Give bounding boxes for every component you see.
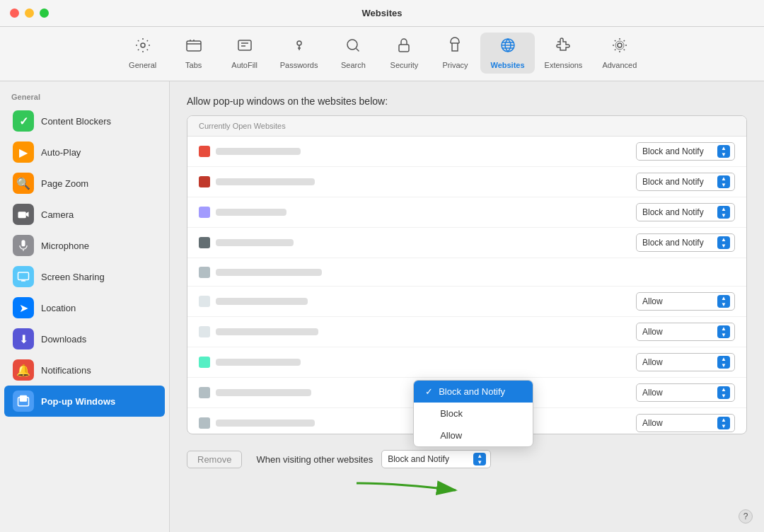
sidebar-item-location[interactable]: ➤ Location (4, 292, 165, 323)
sidebar-item-microphone[interactable]: Microphone (4, 230, 165, 261)
popup-control-select[interactable]: Allow ▲ ▼ (636, 414, 735, 432)
title-bar: Websites (0, 0, 764, 27)
window-controls (10, 8, 49, 18)
favicon (199, 237, 210, 248)
microphone-icon (13, 235, 34, 256)
favicon (199, 387, 210, 398)
websites-icon (499, 37, 516, 58)
select-arrows-icon: ▲ ▼ (717, 295, 730, 308)
popup-control-select[interactable]: Block and Notify ▲ ▼ (636, 142, 735, 161)
content-title: Allow pop-up windows on the websites bel… (187, 96, 747, 107)
toolbar-item-search[interactable]: Search (328, 33, 378, 74)
svg-rect-14 (21, 396, 27, 402)
sidebar-item-label: Microphone (41, 241, 89, 251)
favicon (199, 417, 210, 429)
sidebar-item-label: Pop-up Windows (41, 396, 115, 407)
select-arrows-icon: ▲ ▼ (717, 145, 730, 158)
table-header: Currently Open Websites (187, 116, 746, 137)
select-value: Block and Notify (642, 146, 704, 156)
sidebar-item-popup-windows[interactable]: Pop-up Windows (4, 386, 165, 417)
popup-control-select[interactable]: Block and Notify ▲ ▼ (636, 173, 735, 191)
select-arrows-icon: ▲ ▼ (717, 325, 730, 338)
favicon (199, 296, 210, 307)
popup-control-select[interactable]: Allow ▲ ▼ (636, 292, 735, 311)
select-arrows-icon: ▲ ▼ (717, 356, 730, 369)
privacy-icon (446, 37, 463, 58)
visiting-control: Block and Notify ▲ ▼ ✓ Block and Notify … (381, 450, 491, 468)
sidebar-item-camera[interactable]: Camera (4, 199, 165, 230)
toolbar: General Tabs AutoFill Passwords (0, 27, 764, 81)
favicon (199, 326, 210, 337)
site-info (199, 296, 636, 307)
sidebar-item-label: Auto-Play (41, 147, 81, 158)
sidebar-item-notifications[interactable]: 🔔 Notifications (4, 354, 165, 386)
select-value: Allow (642, 388, 663, 398)
popup-control-select[interactable]: Block and Notify ▲ ▼ (636, 233, 735, 252)
popup-control-select[interactable]: Allow ▲ ▼ (636, 323, 735, 341)
svg-point-8 (615, 41, 624, 50)
arrow-annotation (342, 469, 484, 511)
toolbar-item-autofill[interactable]: AutoFill (219, 33, 270, 74)
svg-rect-10 (21, 240, 25, 246)
sidebar-item-content-blockers[interactable]: ✓ Content Blockers (4, 105, 165, 137)
svg-rect-1 (187, 41, 201, 51)
table-row: Block and Notify ▲ ▼ (187, 197, 746, 228)
row-control: Block and Notify ▲ ▼ (636, 233, 735, 252)
site-name (216, 389, 311, 396)
popup-control-select[interactable]: Allow ▲ ▼ (636, 383, 735, 402)
row-control: Allow ▲ ▼ (636, 323, 735, 341)
close-button[interactable] (10, 8, 19, 18)
maximize-button[interactable] (40, 8, 49, 18)
camera-icon (13, 204, 34, 225)
toolbar-item-tabs[interactable]: Tabs (168, 33, 219, 74)
site-info (199, 146, 636, 157)
sidebar-item-label: Page Zoom (41, 178, 88, 189)
toolbar-item-general[interactable]: General (117, 33, 168, 74)
advanced-label: Advanced (602, 61, 637, 69)
sidebar-item-downloads[interactable]: ⬇ Downloads (4, 323, 165, 354)
select-arrows-icon: ▲ ▼ (717, 417, 730, 429)
help-button[interactable]: ? (739, 509, 753, 524)
select-arrows-icon: ▲ ▼ (473, 453, 486, 466)
sidebar-item-label: Downloads (41, 334, 86, 345)
toolbar-item-privacy[interactable]: Privacy (429, 33, 480, 74)
svg-rect-9 (18, 212, 26, 218)
select-value: Block and Notify (642, 207, 704, 217)
dropdown-item-block[interactable]: Block (414, 403, 533, 424)
toolbar-item-security[interactable]: Security (378, 33, 429, 74)
popup-control-select[interactable]: Block and Notify ▲ ▼ (636, 203, 735, 221)
toolbar-item-extensions[interactable]: Extensions (535, 33, 593, 74)
svg-rect-2 (238, 40, 251, 50)
svg-point-7 (618, 43, 622, 47)
site-name (216, 359, 301, 366)
popup-control-select[interactable]: Allow ▲ ▼ (636, 353, 735, 371)
visiting-control-select[interactable]: Block and Notify ▲ ▼ (381, 450, 491, 468)
site-name (216, 298, 308, 305)
site-info (199, 267, 735, 278)
toolbar-item-advanced[interactable]: Advanced (592, 33, 647, 74)
svg-rect-5 (399, 45, 409, 52)
visiting-label: When visiting other websites (256, 454, 373, 465)
sidebar-item-screen-sharing[interactable]: Screen Sharing (4, 261, 165, 292)
site-name (216, 420, 315, 427)
auto-play-icon: ▶ (13, 141, 34, 163)
sidebar-item-label: Screen Sharing (41, 272, 105, 282)
select-arrows-icon: ▲ ▼ (717, 206, 730, 219)
dropdown-item-block-and-notify[interactable]: ✓ Block and Notify (414, 381, 533, 403)
toolbar-item-passwords[interactable]: Passwords (270, 33, 328, 74)
autofill-icon (236, 37, 253, 58)
sidebar-item-page-zoom[interactable]: 🔍 Page Zoom (4, 168, 165, 199)
screen-sharing-icon (13, 266, 34, 287)
table-row: Block and Notify ▲ ▼ (187, 137, 746, 167)
dropdown-item-allow[interactable]: Allow (414, 424, 533, 446)
site-name (216, 269, 322, 276)
site-info (199, 176, 636, 187)
toolbar-item-websites[interactable]: Websites (480, 33, 534, 74)
svg-point-3 (297, 41, 301, 45)
sidebar-item-auto-play[interactable]: ▶ Auto-Play (4, 137, 165, 168)
page-zoom-icon: 🔍 (13, 173, 34, 194)
row-control: Allow ▲ ▼ (636, 414, 735, 432)
privacy-label: Privacy (442, 61, 468, 69)
remove-button[interactable]: Remove (187, 451, 242, 468)
minimize-button[interactable] (25, 8, 34, 18)
